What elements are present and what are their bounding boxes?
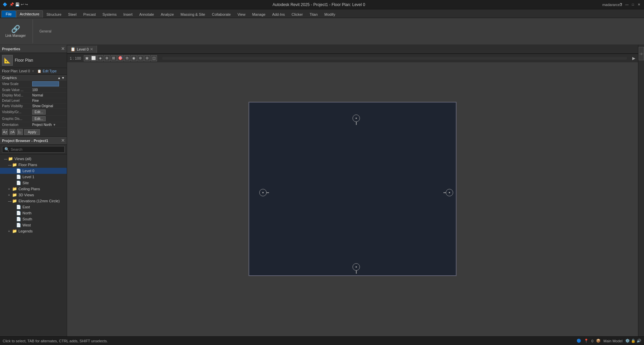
tree-south[interactable]: 📄 South <box>0 216 67 222</box>
tab-precast[interactable]: Precast <box>80 11 99 18</box>
marker-tail-left <box>266 192 269 193</box>
tab-titan[interactable]: Titan <box>306 11 321 18</box>
quick-access: 📌 💾 ↩ ↪ <box>9 2 28 7</box>
titlebar-left: 🔷 📌 💾 ↩ ↪ <box>3 2 28 7</box>
orientation-label: Orientation <box>2 123 32 127</box>
marker-circle-bottom <box>353 263 360 271</box>
detail-level-row: Detail Level Fine <box>0 98 67 104</box>
tab-clicker[interactable]: Clicker <box>288 11 306 18</box>
level-0-icon: 📄 <box>16 168 21 173</box>
tab-analyze[interactable]: Analyze <box>157 11 177 18</box>
graphic-dis-edit-btn[interactable]: Edit... <box>32 116 46 121</box>
marker-tail-right <box>443 192 446 193</box>
tab-floorplan-icon: 📋 <box>70 47 75 52</box>
status-icon-1: 🔵 <box>577 339 581 343</box>
tab-manage[interactable]: Manage <box>249 11 269 18</box>
tab-insert[interactable]: Insert <box>120 11 136 18</box>
tab-close[interactable]: ✕ <box>90 47 93 52</box>
tree-elevations[interactable]: — 📁 Elevations (12mm Circle) <box>0 198 67 204</box>
tree-views-all[interactable]: — 📁 Views (all) <box>0 156 67 162</box>
type-label: Floor Plan <box>15 58 33 63</box>
titlebar: 🔷 📌 💾 ↩ ↪ Autodesk Revit 2025 - Project1… <box>0 0 644 9</box>
visibility-label: Visibility/Gr... <box>2 110 32 114</box>
tab-annotate[interactable]: Annotate <box>136 11 157 18</box>
3d-views-label: 3D Views <box>18 193 34 197</box>
tab-bar: 📋 Level 0 ✕ <box>67 45 638 54</box>
properties-close[interactable]: ✕ <box>61 46 65 51</box>
orientation-value: Project North ▼ <box>32 123 65 127</box>
apply-button[interactable]: Apply <box>24 129 40 135</box>
right-panel-btn[interactable]: ◁▷ <box>639 47 644 60</box>
marker-tail-bottom <box>356 270 357 274</box>
tree-ceiling-plans[interactable]: + 📁 Ceiling Plans <box>0 186 67 192</box>
sort-za-btn[interactable]: zA <box>9 129 15 135</box>
left-panel: Properties ✕ 📐 Floor Plan Floor Plan: Le… <box>0 45 67 336</box>
statusbar: Click to select, TAB for alternates, CTR… <box>0 336 644 345</box>
north-label: North <box>22 211 32 215</box>
tab-view[interactable]: View <box>234 11 249 18</box>
drawing-area[interactable] <box>87 55 618 323</box>
tree-legends[interactable]: + 📁 Legends <box>0 228 67 234</box>
tree-west[interactable]: 📄 West <box>0 222 67 228</box>
site-icon: 📄 <box>16 181 21 185</box>
tab-file[interactable]: File <box>1 10 16 18</box>
status-icons-row: ⚙️ 🔒 🔊 <box>625 339 641 343</box>
view-scale-input[interactable]: 1 : 100 <box>32 81 59 86</box>
ribbon-panel: 🔗 Link Manager General <box>0 18 644 45</box>
scale-value: 100 <box>32 88 65 92</box>
link-manager-button[interactable]: 🔗 Link Manager <box>3 24 29 39</box>
tree-level-1[interactable]: 📄 Level 1 <box>0 174 67 180</box>
close-btn[interactable]: ✕ <box>637 2 641 7</box>
minimize-btn[interactable]: — <box>625 2 629 7</box>
view-tab-level0[interactable]: 📋 Level 0 ✕ <box>67 46 97 53</box>
drawing-canvas[interactable] <box>249 102 457 276</box>
viewport[interactable]: 📋 Level 0 ✕ <box>67 45 638 336</box>
properties-title: Properties <box>2 47 20 51</box>
edit-type-link[interactable]: Edit Type <box>43 69 57 73</box>
display-mode-row: Display Mod... Normal <box>0 93 67 98</box>
tree-3d-views[interactable]: + 📁 3D Views <box>0 192 67 198</box>
help-icon[interactable]: ? <box>619 2 623 7</box>
model-icon: 📦 <box>596 339 601 343</box>
graphic-dis-label: Graphic Dis... <box>2 117 32 121</box>
section-arrows: ▲ ▼ <box>57 76 65 80</box>
maximize-btn[interactable]: □ <box>631 2 635 7</box>
tab-massing[interactable]: Massing & Site <box>177 11 208 18</box>
tab-steel[interactable]: Steel <box>65 11 80 18</box>
tree-site[interactable]: 📄 Site <box>0 180 67 186</box>
tree-floor-plans[interactable]: — 📁 Floor Plans <box>0 162 67 168</box>
tab-addins[interactable]: Add-Ins <box>269 11 288 18</box>
scroll-right-arrow[interactable]: ▶ <box>632 56 635 61</box>
tab-architecture[interactable]: Architecture <box>16 10 43 18</box>
views-icon: 📁 <box>8 156 13 161</box>
coords-value: 0 <box>591 339 593 343</box>
search-icon: 🔍 <box>4 147 9 152</box>
south-label: South <box>22 217 32 221</box>
floor-plans-label: Floor Plans <box>18 163 37 167</box>
tree-container: — 📁 Views (all) — 📁 Floor Plans 📄 Level … <box>0 154 67 336</box>
tab-structure[interactable]: Structure <box>43 11 65 18</box>
ribbon-group-link: 🔗 Link Manager <box>3 19 33 43</box>
expand-icon[interactable]: ▼ <box>61 76 65 80</box>
display-mode-value: Normal <box>32 93 65 97</box>
parts-visibility-row: Parts Visibility Show Original <box>0 104 67 109</box>
tab-modify[interactable]: Modify <box>321 11 338 18</box>
parts-visibility-label: Parts Visibility <box>2 104 32 108</box>
view-scale-value[interactable]: 1 : 100 <box>32 81 65 86</box>
project-browser-close[interactable]: ✕ <box>61 138 65 143</box>
tree-north[interactable]: 📄 North <box>0 210 67 216</box>
tab-systems[interactable]: Systems <box>99 11 120 18</box>
sort-az-btn[interactable]: Az <box>2 129 8 135</box>
sort-num-btn[interactable]: 1↓ <box>17 129 23 135</box>
tree-level-0[interactable]: 📄 Level 0 <box>0 168 67 174</box>
tree-east[interactable]: 📄 East <box>0 204 67 210</box>
project-browser-title: Project Browser - Project1 <box>2 139 48 143</box>
visibility-value: Edit... <box>32 110 65 115</box>
tab-collaborate[interactable]: Collaborate <box>209 11 234 18</box>
collapse-icon[interactable]: ▲ <box>57 76 61 80</box>
visibility-edit-btn[interactable]: Edit... <box>32 110 46 115</box>
status-message: Click to select, TAB for alternates, CTR… <box>3 339 108 343</box>
search-input[interactable] <box>11 147 62 151</box>
type-row: 📐 Floor Plan <box>0 53 67 68</box>
graphics-section-header: Graphics ▲ ▼ <box>0 75 67 81</box>
